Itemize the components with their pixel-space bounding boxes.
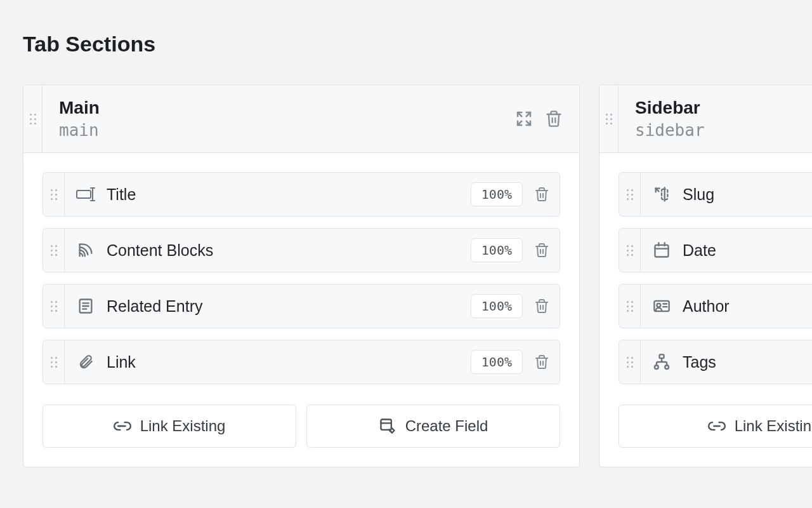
drag-handle[interactable] <box>43 229 65 272</box>
svg-rect-16 <box>381 420 391 430</box>
field-label: Author <box>683 297 730 316</box>
field-row[interactable]: Title 100% <box>43 172 560 217</box>
expand-icon <box>514 109 534 128</box>
replicator-icon <box>76 241 95 259</box>
delete-field-button[interactable] <box>534 354 549 370</box>
field-row[interactable]: Date <box>619 228 812 272</box>
field-width-button[interactable]: 100% <box>471 238 523 262</box>
create-field-icon <box>379 417 396 435</box>
text-field-icon <box>76 186 95 203</box>
field-width-button[interactable]: 100% <box>471 182 523 206</box>
drag-handle[interactable] <box>599 85 619 152</box>
field-label: Related Entry <box>107 297 202 316</box>
drag-handle[interactable] <box>43 340 65 384</box>
trash-icon <box>534 187 549 202</box>
section-handle: main <box>59 121 100 140</box>
link-icon <box>114 420 131 432</box>
delete-section-button[interactable] <box>545 110 563 128</box>
field-row[interactable]: Content Blocks 100% <box>43 228 560 272</box>
field-label: Content Blocks <box>107 241 213 260</box>
fields-list-main: Title 100% <box>23 153 579 392</box>
drag-icon <box>51 301 57 312</box>
drag-icon <box>51 245 57 256</box>
user-card-icon <box>652 297 671 315</box>
expand-button[interactable] <box>514 109 534 128</box>
slug-icon <box>652 185 671 203</box>
section-header-main: Main main <box>23 85 579 153</box>
field-label: Title <box>107 185 136 204</box>
svg-rect-2 <box>77 190 91 198</box>
drag-icon <box>627 301 633 312</box>
drag-handle[interactable] <box>43 173 65 216</box>
field-label: Slug <box>683 185 714 204</box>
fields-list-sidebar: Slug Date <box>599 153 812 392</box>
drag-icon <box>51 357 57 368</box>
sections-row: Main main <box>23 84 812 467</box>
trash-icon <box>534 354 549 370</box>
field-label: Link <box>107 353 136 371</box>
page-title: Tab Sections <box>23 32 812 57</box>
link-existing-button[interactable]: Link Existing <box>43 404 296 448</box>
drag-handle[interactable] <box>23 85 43 152</box>
field-row[interactable]: Author <box>619 284 812 328</box>
create-field-button[interactable]: Create Field <box>306 404 560 448</box>
trash-icon <box>534 298 549 314</box>
drag-handle[interactable] <box>619 173 641 216</box>
field-width-button[interactable]: 100% <box>471 294 523 318</box>
section-actions: Link Existing <box>599 392 812 467</box>
clip-icon <box>76 353 95 371</box>
svg-point-25 <box>657 304 660 307</box>
button-label: Link Existing <box>735 417 812 435</box>
svg-point-30 <box>665 365 669 369</box>
drag-icon <box>627 357 633 368</box>
drag-icon <box>627 245 633 256</box>
field-label: Tags <box>683 353 716 371</box>
link-existing-button[interactable]: Link Existing <box>619 404 812 448</box>
field-row[interactable]: Link 100% <box>43 340 560 384</box>
trash-icon <box>534 243 549 258</box>
drag-icon <box>51 189 57 200</box>
drag-handle[interactable] <box>619 340 641 384</box>
section-title: Sidebar <box>635 98 705 118</box>
trash-icon <box>545 110 563 128</box>
drag-icon <box>627 189 633 200</box>
link-icon <box>708 420 726 432</box>
entry-icon <box>76 297 95 315</box>
section-header-sidebar: Sidebar sidebar <box>599 85 812 153</box>
button-label: Create Field <box>405 417 488 435</box>
delete-field-button[interactable] <box>534 187 549 202</box>
section-card-main: Main main <box>23 84 580 467</box>
section-title: Main <box>59 98 100 118</box>
section-card-sidebar: Sidebar sidebar Slug <box>599 84 812 467</box>
section-actions: Link Existing Create Field <box>23 392 579 467</box>
drag-handle[interactable] <box>619 284 641 328</box>
drag-handle[interactable] <box>43 284 65 328</box>
structure-icon <box>652 353 671 371</box>
section-handle: sidebar <box>635 121 705 140</box>
field-width-button[interactable]: 100% <box>471 350 523 374</box>
delete-field-button[interactable] <box>534 243 549 258</box>
field-row[interactable]: Tags <box>619 340 812 384</box>
svg-point-29 <box>655 365 658 369</box>
field-row[interactable]: Slug <box>619 172 812 217</box>
svg-rect-20 <box>655 245 669 257</box>
drag-icon <box>30 114 36 124</box>
button-label: Link Existing <box>140 417 226 435</box>
drag-handle[interactable] <box>619 229 641 272</box>
field-row[interactable]: Related Entry 100% <box>43 284 560 328</box>
delete-field-button[interactable] <box>534 298 549 314</box>
field-label: Date <box>683 241 716 260</box>
calendar-icon <box>652 241 671 259</box>
drag-icon <box>606 114 612 124</box>
